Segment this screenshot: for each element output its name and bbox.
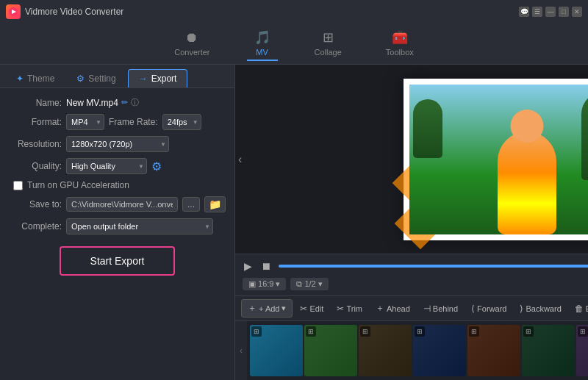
resolution-label: Resolution: bbox=[9, 139, 62, 149]
sub-tabs: ✦ Theme ⚙ Setting → Export bbox=[0, 65, 234, 88]
clip-2-icon: ⊞ bbox=[306, 326, 316, 337]
preview-frame bbox=[404, 79, 588, 240]
saveto-label: Save to: bbox=[9, 199, 62, 209]
forward-icon: ⟨ bbox=[471, 304, 475, 314]
backward-label: Backward bbox=[526, 304, 561, 313]
add-chevron: ▾ bbox=[282, 304, 286, 313]
clip-info-chevron: ▾ bbox=[318, 279, 323, 289]
progress-fill bbox=[279, 265, 588, 268]
tl-backward-btn[interactable]: ⟩ Backward bbox=[514, 301, 567, 316]
format-label: Format: bbox=[9, 117, 62, 127]
toolbox-icon: 🧰 bbox=[392, 29, 408, 46]
tab-theme-label: Theme bbox=[27, 74, 54, 84]
quality-gear-btn[interactable]: ⚙ bbox=[151, 159, 162, 173]
complete-select[interactable]: Open output folder Do nothing bbox=[66, 218, 213, 234]
clip-info-label: 1/2 bbox=[304, 279, 315, 288]
tl-add-btn[interactable]: ＋ + Add ▾ bbox=[241, 299, 293, 318]
format-select-wrapper: MP4 MOV AVI bbox=[66, 114, 104, 130]
saveto-input[interactable] bbox=[66, 197, 178, 212]
quality-select-wrapper: High Quality Medium Quality bbox=[66, 158, 147, 174]
nav-mv-label: MV bbox=[256, 48, 268, 57]
clip-1-icon: ⊞ bbox=[251, 326, 262, 337]
edit-icon[interactable]: ✏ bbox=[121, 98, 128, 107]
play-btn[interactable]: ▶ bbox=[243, 259, 254, 273]
framerate-select[interactable]: 24fps 30fps 60fps bbox=[162, 114, 201, 130]
saveto-folder-btn[interactable]: 📁 bbox=[204, 196, 226, 212]
resolution-select[interactable]: 1280x720 (720p) 1920x1080 (1080p) bbox=[66, 136, 169, 152]
clip-7-icon: ⊞ bbox=[578, 326, 588, 337]
nav-converter[interactable]: ⏺ Converter bbox=[167, 27, 217, 61]
stop-btn[interactable]: ⏹ bbox=[259, 259, 273, 273]
nav-toolbox[interactable]: 🧰 Toolbox bbox=[379, 26, 421, 61]
progress-bar[interactable] bbox=[279, 265, 588, 268]
chat-btn[interactable]: 💬 bbox=[519, 7, 529, 17]
preview-prev-arrow[interactable]: ‹ bbox=[238, 153, 242, 166]
menu-btn[interactable]: ☰ bbox=[532, 7, 542, 17]
tl-edit-btn[interactable]: ✂ Edit bbox=[294, 301, 329, 316]
nav-collage[interactable]: ⊞ Collage bbox=[307, 26, 349, 61]
clip-2[interactable]: ⊞ bbox=[304, 325, 357, 376]
ratio-label: 16:9 bbox=[258, 279, 273, 288]
name-value: New MV.mp4 ✏ ⓘ bbox=[66, 97, 139, 108]
ratio-chevron: ▾ bbox=[276, 279, 280, 289]
converter-icon: ⏺ bbox=[185, 30, 198, 46]
start-export-main: Start Export bbox=[9, 246, 226, 276]
minimize-btn[interactable]: — bbox=[545, 7, 556, 17]
timeline-clips-area[interactable]: ‹ ⊞ ⊞ ⊞ ⊞ bbox=[235, 321, 588, 380]
video-preview: ‹ › bbox=[235, 65, 588, 254]
export-form: Name: New MV.mp4 ✏ ⓘ Format: MP4 MOV AVI bbox=[0, 88, 234, 380]
quality-row: Quality: High Quality Medium Quality ⚙ bbox=[9, 158, 226, 174]
top-nav: ⏺ Converter 🎵 MV ⊞ Collage 🧰 Toolbox bbox=[0, 24, 588, 65]
tl-trim-btn[interactable]: ✂ Trim bbox=[331, 301, 368, 316]
ratio-btn[interactable]: ▣ 16:9 ▾ bbox=[243, 278, 286, 290]
clip-5[interactable]: ⊞ bbox=[467, 325, 520, 376]
saveto-dots-btn[interactable]: ... bbox=[182, 197, 200, 212]
timeline-nav-left[interactable]: ‹ bbox=[235, 321, 247, 380]
edit-tl-icon: ✂ bbox=[300, 304, 307, 314]
nav-mv[interactable]: 🎵 MV bbox=[247, 26, 278, 61]
tab-export[interactable]: → Export bbox=[128, 69, 188, 87]
tab-theme[interactable]: ✦ Theme bbox=[6, 69, 65, 87]
add-label: + Add bbox=[259, 304, 279, 313]
tab-setting-label: Setting bbox=[88, 74, 115, 84]
tl-ahead-btn[interactable]: ＋ Ahead bbox=[370, 300, 416, 317]
start-export-main-btn[interactable]: Start Export bbox=[60, 246, 176, 276]
nav-converter-label: Converter bbox=[174, 48, 209, 57]
theme-icon: ✦ bbox=[16, 74, 24, 84]
quality-select[interactable]: High Quality Medium Quality bbox=[66, 158, 147, 174]
clip-4-icon: ⊞ bbox=[415, 326, 425, 337]
resolution-select-wrapper: 1280x720 (720p) 1920x1080 (1080p) bbox=[66, 136, 169, 152]
mv-icon: 🎵 bbox=[254, 29, 270, 46]
tab-setting[interactable]: ⚙ Setting bbox=[66, 69, 126, 87]
clip-7[interactable]: ⊞ bbox=[576, 325, 588, 376]
complete-select-wrapper: Open output folder Do nothing bbox=[66, 218, 213, 234]
format-select[interactable]: MP4 MOV AVI bbox=[66, 114, 104, 130]
nav-toolbox-label: Toolbox bbox=[386, 48, 414, 57]
tl-behind-btn[interactable]: ⊣ Behind bbox=[417, 301, 464, 316]
title-bar-controls: 💬 ☰ — □ ✕ bbox=[519, 7, 582, 17]
close-btn[interactable]: ✕ bbox=[572, 7, 582, 17]
tl-empty-btn[interactable]: 🗑 Empty bbox=[569, 301, 588, 316]
gpu-checkbox[interactable] bbox=[13, 181, 23, 190]
tl-forward-btn[interactable]: ⟨ Forward bbox=[465, 301, 512, 316]
collage-icon: ⊞ bbox=[323, 29, 334, 46]
controls-row2: ▣ 16:9 ▾ ⧉ 1/2 ▾ Start Export bbox=[243, 276, 588, 291]
behind-label: Behind bbox=[433, 304, 458, 313]
resolution-row: Resolution: 1280x720 (720p) 1920x1080 (1… bbox=[9, 136, 226, 152]
info-icon[interactable]: ⓘ bbox=[131, 97, 139, 108]
maximize-btn[interactable]: □ bbox=[559, 7, 569, 17]
clip-info-btn[interactable]: ⧉ 1/2 ▾ bbox=[290, 278, 328, 290]
saveto-row: Save to: ... 📁 bbox=[9, 196, 226, 212]
clip-6-icon: ⊞ bbox=[523, 326, 534, 337]
clip-4[interactable]: ⊞ bbox=[413, 325, 466, 376]
left-panel: ✦ Theme ⚙ Setting → Export Name: New MV.… bbox=[0, 65, 235, 380]
clip-info-icon: ⧉ bbox=[296, 279, 302, 289]
clip-6[interactable]: ⊞ bbox=[522, 325, 575, 376]
clip-1[interactable]: ⊞ bbox=[250, 325, 303, 376]
clip-3[interactable]: ⊞ bbox=[359, 325, 412, 376]
gpu-label: Turn on GPU Acceleration bbox=[27, 180, 129, 190]
nav-collage-label: Collage bbox=[315, 48, 342, 57]
video-controls: ▶ ⏹ 00:00:43.13/00:00:50.00 🔊 ▣ 16:9 ▾ bbox=[235, 254, 588, 295]
complete-label: Complete: bbox=[9, 221, 62, 232]
app-icon bbox=[6, 4, 21, 19]
